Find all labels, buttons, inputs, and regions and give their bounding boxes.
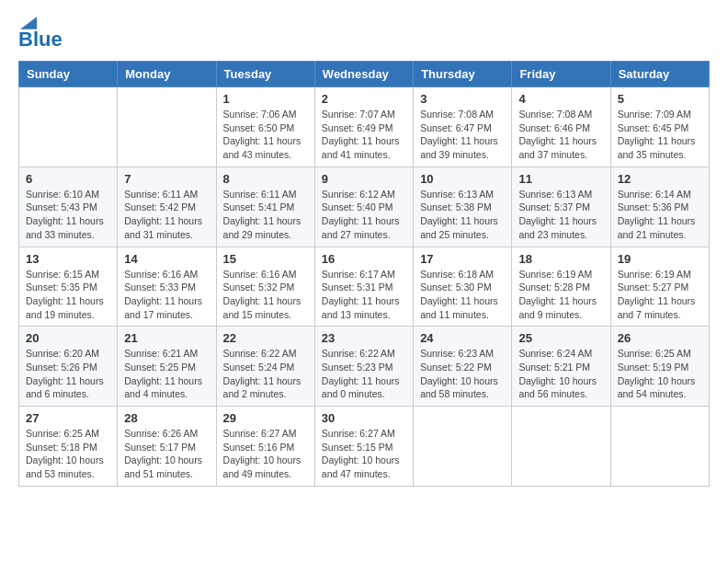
- logo: Blue: [18, 15, 63, 52]
- calendar-cell: 1Sunrise: 7:06 AMSunset: 6:50 PMDaylight…: [216, 87, 314, 167]
- calendar-week-row: 20Sunrise: 6:20 AMSunset: 5:26 PMDayligh…: [19, 327, 710, 407]
- day-info: Sunrise: 6:19 AMSunset: 5:28 PMDaylight:…: [518, 268, 603, 322]
- day-info: Sunrise: 7:06 AMSunset: 6:50 PMDaylight:…: [223, 108, 308, 162]
- day-info: Sunrise: 6:16 AMSunset: 5:32 PMDaylight:…: [223, 268, 308, 322]
- day-number: 1: [223, 92, 308, 106]
- calendar-cell: 18Sunrise: 6:19 AMSunset: 5:28 PMDayligh…: [512, 247, 610, 327]
- day-info: Sunrise: 6:27 AMSunset: 5:16 PMDaylight:…: [223, 427, 308, 481]
- day-number: 5: [618, 92, 702, 106]
- day-info: Sunrise: 7:08 AMSunset: 6:46 PMDaylight:…: [518, 108, 603, 162]
- day-info: Sunrise: 6:18 AMSunset: 5:30 PMDaylight:…: [420, 268, 505, 322]
- day-info: Sunrise: 6:11 AMSunset: 5:42 PMDaylight:…: [124, 188, 209, 242]
- day-number: 29: [223, 411, 308, 425]
- day-of-week-header: Friday: [512, 62, 610, 87]
- day-number: 21: [124, 331, 209, 345]
- calendar-cell: [414, 407, 512, 487]
- calendar-week-row: 13Sunrise: 6:15 AMSunset: 5:35 PMDayligh…: [19, 247, 710, 327]
- calendar-cell: 14Sunrise: 6:16 AMSunset: 5:33 PMDayligh…: [118, 247, 216, 327]
- calendar-cell: 27Sunrise: 6:25 AMSunset: 5:18 PMDayligh…: [19, 407, 118, 487]
- calendar-cell: 13Sunrise: 6:15 AMSunset: 5:35 PMDayligh…: [19, 247, 118, 327]
- day-number: 20: [26, 331, 110, 345]
- calendar-cell: 22Sunrise: 6:22 AMSunset: 5:24 PMDayligh…: [216, 327, 314, 407]
- day-info: Sunrise: 6:10 AMSunset: 5:43 PMDaylight:…: [26, 188, 110, 242]
- day-number: 16: [322, 252, 406, 266]
- day-info: Sunrise: 6:21 AMSunset: 5:25 PMDaylight:…: [124, 347, 209, 401]
- calendar-cell: 9Sunrise: 6:12 AMSunset: 5:40 PMDaylight…: [314, 167, 413, 247]
- day-of-week-header: Sunday: [19, 62, 118, 87]
- day-of-week-header: Saturday: [610, 62, 709, 87]
- calendar-cell: [118, 87, 216, 167]
- day-info: Sunrise: 6:26 AMSunset: 5:17 PMDaylight:…: [124, 427, 209, 481]
- calendar-cell: [610, 407, 709, 487]
- day-number: 12: [618, 172, 702, 186]
- day-info: Sunrise: 6:15 AMSunset: 5:35 PMDaylight:…: [26, 268, 110, 322]
- day-info: Sunrise: 7:07 AMSunset: 6:49 PMDaylight:…: [322, 108, 406, 162]
- day-number: 28: [124, 411, 209, 425]
- calendar-cell: 5Sunrise: 7:09 AMSunset: 6:45 PMDaylight…: [610, 87, 709, 167]
- calendar-cell: 2Sunrise: 7:07 AMSunset: 6:49 PMDaylight…: [314, 87, 413, 167]
- calendar-week-row: 1Sunrise: 7:06 AMSunset: 6:50 PMDaylight…: [19, 87, 710, 167]
- calendar-cell: 23Sunrise: 6:22 AMSunset: 5:23 PMDayligh…: [314, 327, 413, 407]
- day-number: 22: [223, 331, 308, 345]
- day-info: Sunrise: 7:08 AMSunset: 6:47 PMDaylight:…: [420, 108, 505, 162]
- day-number: 25: [518, 331, 603, 345]
- day-number: 2: [322, 92, 406, 106]
- day-number: 19: [618, 252, 702, 266]
- calendar-cell: 17Sunrise: 6:18 AMSunset: 5:30 PMDayligh…: [414, 247, 512, 327]
- calendar-cell: 3Sunrise: 7:08 AMSunset: 6:47 PMDaylight…: [414, 87, 512, 167]
- calendar-cell: 30Sunrise: 6:27 AMSunset: 5:15 PMDayligh…: [314, 407, 413, 487]
- calendar-cell: 11Sunrise: 6:13 AMSunset: 5:37 PMDayligh…: [512, 167, 610, 247]
- calendar-cell: 4Sunrise: 7:08 AMSunset: 6:46 PMDaylight…: [512, 87, 610, 167]
- calendar-week-row: 6Sunrise: 6:10 AMSunset: 5:43 PMDaylight…: [19, 167, 710, 247]
- day-number: 4: [518, 92, 603, 106]
- day-number: 14: [124, 252, 209, 266]
- calendar-cell: 10Sunrise: 6:13 AMSunset: 5:38 PMDayligh…: [414, 167, 512, 247]
- day-number: 27: [26, 411, 110, 425]
- calendar-cell: 7Sunrise: 6:11 AMSunset: 5:42 PMDaylight…: [118, 167, 216, 247]
- calendar-cell: 29Sunrise: 6:27 AMSunset: 5:16 PMDayligh…: [216, 407, 314, 487]
- calendar-cell: [512, 407, 610, 487]
- day-info: Sunrise: 6:20 AMSunset: 5:26 PMDaylight:…: [26, 347, 110, 401]
- calendar-cell: 19Sunrise: 6:19 AMSunset: 5:27 PMDayligh…: [610, 247, 709, 327]
- day-of-week-header: Monday: [118, 62, 216, 87]
- day-number: 17: [420, 252, 505, 266]
- day-info: Sunrise: 6:27 AMSunset: 5:15 PMDaylight:…: [322, 427, 406, 481]
- day-info: Sunrise: 7:09 AMSunset: 6:45 PMDaylight:…: [618, 108, 702, 162]
- day-info: Sunrise: 6:22 AMSunset: 5:24 PMDaylight:…: [223, 347, 308, 401]
- calendar-cell: 21Sunrise: 6:21 AMSunset: 5:25 PMDayligh…: [118, 327, 216, 407]
- day-info: Sunrise: 6:25 AMSunset: 5:19 PMDaylight:…: [618, 347, 702, 401]
- calendar-cell: 26Sunrise: 6:25 AMSunset: 5:19 PMDayligh…: [610, 327, 709, 407]
- day-info: Sunrise: 6:13 AMSunset: 5:38 PMDaylight:…: [420, 188, 505, 242]
- day-number: 3: [420, 92, 505, 106]
- day-number: 30: [322, 411, 406, 425]
- calendar-cell: 15Sunrise: 6:16 AMSunset: 5:32 PMDayligh…: [216, 247, 314, 327]
- header: Blue: [18, 15, 710, 52]
- day-info: Sunrise: 6:11 AMSunset: 5:41 PMDaylight:…: [223, 188, 308, 242]
- day-number: 7: [124, 172, 209, 186]
- day-info: Sunrise: 6:16 AMSunset: 5:33 PMDaylight:…: [124, 268, 209, 322]
- calendar-cell: [19, 87, 118, 167]
- day-number: 6: [26, 172, 110, 186]
- calendar-header-row: SundayMondayTuesdayWednesdayThursdayFrid…: [19, 62, 710, 87]
- calendar-cell: 16Sunrise: 6:17 AMSunset: 5:31 PMDayligh…: [314, 247, 413, 327]
- calendar-cell: 8Sunrise: 6:11 AMSunset: 5:41 PMDaylight…: [216, 167, 314, 247]
- day-info: Sunrise: 6:25 AMSunset: 5:18 PMDaylight:…: [26, 427, 110, 481]
- day-number: 8: [223, 172, 308, 186]
- calendar-cell: 28Sunrise: 6:26 AMSunset: 5:17 PMDayligh…: [118, 407, 216, 487]
- logo-blue-text: Blue: [18, 28, 63, 51]
- day-number: 26: [618, 331, 702, 345]
- day-of-week-header: Thursday: [414, 62, 512, 87]
- day-info: Sunrise: 6:22 AMSunset: 5:23 PMDaylight:…: [322, 347, 406, 401]
- day-of-week-header: Tuesday: [216, 62, 314, 87]
- day-of-week-header: Wednesday: [314, 62, 413, 87]
- day-info: Sunrise: 6:23 AMSunset: 5:22 PMDaylight:…: [420, 347, 505, 401]
- day-number: 10: [420, 172, 505, 186]
- day-number: 11: [518, 172, 603, 186]
- day-number: 18: [518, 252, 603, 266]
- day-info: Sunrise: 6:13 AMSunset: 5:37 PMDaylight:…: [518, 188, 603, 242]
- day-info: Sunrise: 6:12 AMSunset: 5:40 PMDaylight:…: [322, 188, 406, 242]
- calendar-week-row: 27Sunrise: 6:25 AMSunset: 5:18 PMDayligh…: [19, 407, 710, 487]
- day-info: Sunrise: 6:24 AMSunset: 5:21 PMDaylight:…: [518, 347, 603, 401]
- day-number: 24: [420, 331, 505, 345]
- day-info: Sunrise: 6:17 AMSunset: 5:31 PMDaylight:…: [322, 268, 406, 322]
